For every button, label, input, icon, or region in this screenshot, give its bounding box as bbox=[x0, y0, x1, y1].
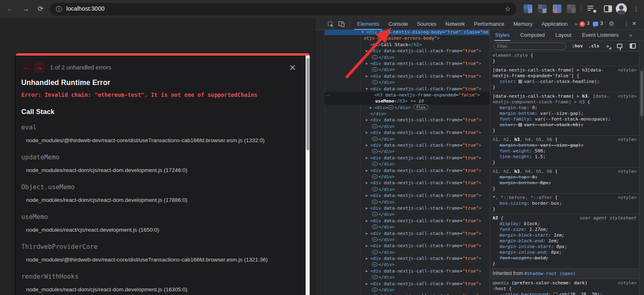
call-stack-frame[interactable]: updateMemonode_modules/react-dom/cjs/rea… bbox=[21, 154, 297, 183]
collapsed-content-icon[interactable]: ⋯ bbox=[372, 262, 378, 266]
new-style-rule-icon[interactable]: + bbox=[606, 43, 610, 49]
elements-tree-row[interactable]: xtjs-container-errors-body"> bbox=[324, 35, 490, 41]
error-count[interactable]: 3 bbox=[587, 20, 590, 26]
elements-tree-row[interactable]: ▶<div data-nextjs-call-stack-frame="true… bbox=[324, 60, 490, 67]
expand-arrow-icon[interactable]: ▶ bbox=[366, 130, 368, 136]
media-controls-icon[interactable] bbox=[588, 5, 597, 13]
elements-tree-row[interactable]: ▶<div data-nextjs-call-stack-frame="true… bbox=[324, 205, 490, 211]
style-rule[interactable]: user agent stylesheeth3 {display: block;… bbox=[490, 214, 639, 269]
property-name[interactable]: font-family bbox=[500, 116, 529, 122]
stylesheet-source-link[interactable]: <style> bbox=[618, 169, 637, 174]
property-value[interactable]: var(--font-stack-monospace) bbox=[535, 116, 608, 122]
elements-tree-row[interactable]: ▶<div data-nextjs-call-stack-frame="true… bbox=[324, 117, 490, 123]
style-rule[interactable]: <style>h1, h2, h3, h4, h5, h6 {margin-bo… bbox=[490, 136, 639, 168]
collapse-arrow-icon[interactable]: ▼ bbox=[366, 86, 368, 92]
forward-icon[interactable]: → bbox=[20, 4, 31, 14]
rule-selector[interactable]: [data-nextjs-call-stack-frame] > h3, [da… bbox=[493, 94, 619, 105]
devtools-tab-elements[interactable]: Elements bbox=[353, 18, 384, 30]
property-name[interactable]: color bbox=[500, 79, 513, 84]
expand-arrow-icon[interactable]: ▶ bbox=[366, 48, 368, 54]
site-info-icon[interactable]: ⓘ bbox=[55, 5, 63, 13]
collapsed-content-icon[interactable]: ⋯ bbox=[372, 200, 378, 204]
css-property[interactable]: margin-block-end: 1em; bbox=[493, 238, 619, 244]
property-value[interactable]: var(--color-stack-h6) bbox=[524, 122, 581, 127]
property-value[interactable]: bold bbox=[535, 255, 546, 261]
expand-arrow-icon[interactable]: ▶ bbox=[366, 255, 368, 261]
next-error-button[interactable]: → bbox=[34, 62, 45, 73]
css-property[interactable]: line-height: 1.5; bbox=[493, 154, 619, 160]
elements-tree-row[interactable]: ⋯</div> bbox=[324, 79, 490, 85]
property-name[interactable]: margin-top bbox=[500, 174, 527, 180]
previous-error-button[interactable]: ← bbox=[21, 62, 32, 73]
collapsed-content-icon[interactable]: ⋯ bbox=[372, 149, 378, 153]
elements-tree-row[interactable]: ⋯</div> bbox=[324, 148, 490, 154]
css-property[interactable]: margin-top: 0; bbox=[493, 105, 619, 111]
css-property[interactable]: margin-top: 0; bbox=[493, 174, 619, 180]
rule-selector[interactable]: h1, h2, h3, h4, h5, h6 { bbox=[493, 137, 619, 143]
elements-tree-row[interactable]: ▶<div data-nextjs-call-stack-frame="true… bbox=[324, 130, 490, 136]
property-value[interactable]: var(--size-gap) bbox=[540, 111, 581, 116]
stylesheet-source-link[interactable]: <style> bbox=[618, 280, 637, 286]
extension-icon-4[interactable] bbox=[567, 4, 576, 13]
shadow-root-link[interactable]: #shadow-root (open) bbox=[524, 271, 576, 276]
elements-tree-row[interactable]: ▶<div data-nextjs-call-stack-frame="true… bbox=[324, 48, 490, 54]
expand-arrow-icon[interactable]: ▶ bbox=[366, 155, 368, 161]
devtools-menu-icon[interactable]: ⋮ bbox=[624, 20, 629, 27]
computed-sidebar-icon[interactable] bbox=[630, 43, 636, 49]
collapsed-content-icon[interactable]: ⋯ bbox=[372, 137, 378, 141]
call-stack-frame[interactable]: renderWithHooksnode_modules/react-dom/cj… bbox=[21, 273, 297, 295]
property-name[interactable]: font-weight bbox=[500, 148, 529, 154]
property-name[interactable]: font-weight bbox=[500, 255, 529, 261]
css-property[interactable]: margin-block-start: 1em; bbox=[493, 232, 619, 238]
elements-tree-row[interactable]: ▶<div data-nextjs-call-stack-frame="true… bbox=[324, 293, 490, 295]
styles-filter-input[interactable] bbox=[493, 42, 566, 50]
expand-arrow-icon[interactable]: ▶ bbox=[366, 142, 368, 148]
property-name[interactable]: font-size bbox=[500, 227, 524, 232]
collapsed-content-icon[interactable]: ⋯ bbox=[372, 80, 378, 84]
elements-tree-row[interactable]: ⋯</div> bbox=[324, 261, 490, 268]
stylesheet-source-link[interactable]: <style> bbox=[618, 94, 637, 99]
css-property[interactable]: margin-bottom: 8px; bbox=[493, 180, 619, 186]
property-value[interactable]: 1.5 bbox=[535, 154, 543, 159]
elements-tree-row[interactable]: ▼<div data-nextjs-call-stack-frame="true… bbox=[324, 86, 490, 92]
collapsed-content-icon[interactable]: ⋯ bbox=[372, 187, 378, 191]
expand-arrow-icon[interactable]: ▶ bbox=[366, 73, 368, 79]
devtools-close-icon[interactable]: × bbox=[632, 20, 636, 28]
elements-tree-row[interactable]: ▶<div data-nextjs-call-stack-frame="true… bbox=[324, 230, 490, 237]
devtools-tab-memory[interactable]: Memory bbox=[509, 18, 537, 30]
elements-tree-row[interactable]: <h3 data-nextjs-frame-expanded="false"> bbox=[324, 92, 490, 98]
elements-tree-row[interactable]: ▶<div data-nextjs-call-stack-frame="true… bbox=[324, 180, 490, 186]
style-rule[interactable]: <style>[data-nextjs-call-stack-frame] > … bbox=[490, 92, 639, 136]
issue-count[interactable]: 3 bbox=[600, 20, 603, 26]
elements-tree-row[interactable]: ▶<div data-nextjs-call-stack-frame="true… bbox=[324, 218, 490, 224]
style-rule[interactable]: <style>@media (prefers-color-scheme: dar… bbox=[490, 279, 639, 295]
property-name[interactable]: margin-inline-start bbox=[500, 244, 551, 249]
back-icon[interactable]: ← bbox=[5, 4, 16, 14]
collapsed-content-icon[interactable]: ⋯ bbox=[372, 162, 378, 166]
elements-tree-row[interactable]: ▶<div data-nextjs-call-stack-frame="true… bbox=[324, 73, 490, 79]
stylesheet-source-link[interactable]: user agent stylesheet bbox=[580, 215, 637, 221]
expand-arrow-icon[interactable]: ▶ bbox=[366, 293, 368, 295]
styles-tab-computed[interactable]: Computed bbox=[520, 30, 545, 40]
color-swatch[interactable] bbox=[554, 293, 557, 295]
overlay-close-icon[interactable]: ✕ bbox=[288, 63, 297, 73]
collapsed-content-icon[interactable]: ⋯ bbox=[372, 275, 378, 279]
devtools-tab-performance[interactable]: Performance bbox=[469, 18, 509, 30]
property-value[interactable]: block bbox=[524, 221, 538, 226]
elements-tree-row[interactable]: <h2>Call Stack</h2> bbox=[324, 42, 490, 48]
expand-arrow-icon[interactable]: ▶ bbox=[366, 268, 368, 274]
css-property[interactable]: font-weight: bold; bbox=[493, 255, 619, 261]
extension-icon-1[interactable] bbox=[524, 4, 532, 13]
rule-selector[interactable]: element.style { bbox=[493, 53, 619, 58]
expand-arrow-icon[interactable]: ▶ bbox=[366, 168, 368, 174]
devtools-tab-application[interactable]: Application bbox=[537, 18, 572, 30]
elements-tree-row[interactable]: ⋯</div> bbox=[324, 54, 490, 60]
expand-arrow-icon[interactable]: ▶ bbox=[366, 230, 368, 237]
style-rule[interactable]: <style>h1, h2, h3, h4, h5, h6 {margin-to… bbox=[490, 168, 639, 194]
elements-tree-row[interactable]: ▶<div>⋯</div>flex bbox=[324, 105, 490, 111]
call-stack-frame[interactable]: evalnode_modules/@thirdweb-dev/react-cor… bbox=[21, 124, 297, 154]
elements-tree-row[interactable]: ⋯</div> bbox=[324, 174, 490, 180]
call-stack-frame[interactable]: Object.useMemonode_modules/react-dom/cjs… bbox=[21, 183, 297, 213]
property-name[interactable]: --color-background bbox=[500, 292, 548, 295]
side-panel-icon[interactable] bbox=[604, 5, 612, 12]
